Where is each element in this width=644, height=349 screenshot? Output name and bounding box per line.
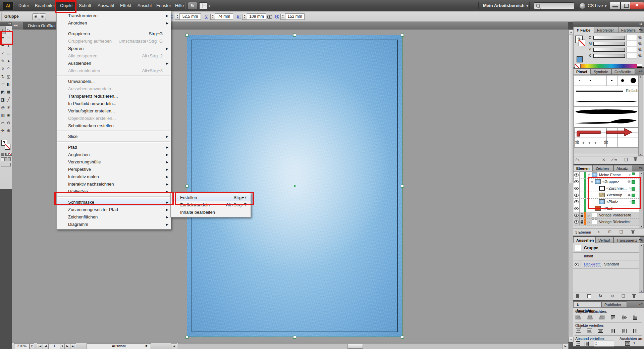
close-button[interactable]: ✖ [630, 2, 644, 9]
panel-menu-icon[interactable]: ▾≡ [639, 69, 643, 73]
active-color-swatch[interactable] [577, 56, 583, 62]
menu-ansicht[interactable]: Ansicht [134, 0, 156, 11]
layer-name[interactable]: <Pfad> [602, 206, 614, 210]
menu-item-diagramm[interactable]: Diagramm▶ [57, 221, 171, 228]
appearance-row-inhalt[interactable]: Inhalt [573, 253, 644, 260]
horizontal-distribute-space-button[interactable] [584, 341, 591, 346]
line-tool[interactable]: ∕ [0, 50, 6, 57]
panel-menu-icon[interactable]: ▾≡ [639, 238, 643, 242]
layer-row-meine-ebene[interactable]: ▽ Meine Ebene ○ [574, 172, 639, 179]
selection-handle-bottom-center[interactable] [293, 336, 296, 339]
visibility-eye-icon[interactable] [574, 200, 579, 203]
slice-tool[interactable]: ✂ [0, 119, 6, 127]
layer-name[interactable]: Meine Ebene [599, 173, 621, 177]
menu-item-perspektive[interactable]: Perspektive▶ [57, 166, 171, 173]
eyedropper-tool[interactable]: ╱ [6, 96, 11, 104]
appearance-row-gruppe[interactable]: Gruppe [573, 244, 644, 253]
visibility-eye-icon[interactable] [574, 187, 579, 190]
eraser-tool[interactable]: ◊ [0, 65, 6, 73]
dock-collapse-icon[interactable]: ◂◂ [13, 23, 17, 28]
tab-transparenz[interactable]: Transparenz [613, 237, 640, 243]
symbol-sprayer-tool[interactable]: ✳ [6, 104, 11, 111]
scroll-up-icon[interactable]: ▲ [569, 30, 574, 35]
selection-handle-middle-right[interactable] [401, 185, 404, 188]
vertical-scrollbar[interactable]: ▲ ▼ [568, 30, 573, 342]
align-top-button[interactable] [610, 315, 618, 320]
menu-bearbeiten[interactable]: Bearbeiten [31, 0, 60, 11]
brush-options-icon[interactable]: ✓≒ [611, 157, 618, 162]
black-slider[interactable] [593, 54, 625, 58]
lasso-tool[interactable]: ∽ [6, 34, 11, 42]
distribute-hcenter-button[interactable] [621, 328, 629, 334]
target-circle-icon[interactable]: ○ [629, 186, 631, 190]
selection-tool[interactable]: ↖ [0, 27, 6, 34]
height-field-label[interactable]: H: [275, 11, 279, 21]
lock-icon[interactable] [581, 221, 583, 223]
layer-row-pfad-2[interactable]: <Pfad> ○ [574, 205, 639, 212]
width-field[interactable]: 109 mm [247, 13, 266, 20]
height-field[interactable]: 152 mm [285, 13, 305, 20]
perspective-grid-tool[interactable]: ◩ [0, 88, 6, 96]
gradient-tool[interactable]: ◨ [0, 96, 6, 104]
scroll-down-icon[interactable]: ▼ [569, 337, 574, 342]
menu-item-ausblenden[interactable]: Ausblenden▶ [57, 60, 171, 67]
rotate-tool[interactable]: ↻ [0, 73, 6, 81]
status-indicator[interactable]: Auswahl [87, 343, 151, 349]
rectangle-tool[interactable]: ▭ [6, 50, 11, 57]
brush-swatch[interactable] [585, 76, 596, 86]
menu-item-angleichen[interactable]: Angleichen▶ [57, 151, 171, 158]
add-effect-icon[interactable]: fx [599, 293, 602, 298]
visibility-eye-icon[interactable] [574, 194, 579, 197]
hand-tool[interactable]: ✜ [0, 127, 6, 135]
menu-item-pfad[interactable]: Pfad▶ [57, 144, 171, 151]
gradient-mode-button[interactable] [5, 153, 8, 156]
layer-row-pfad[interactable]: <Pfad> ○ [574, 199, 639, 205]
make-clipping-mask-icon[interactable]: ◑ [597, 230, 600, 234]
menu-item-zusammengesetzter-pfad[interactable]: Zusammengesetzter Pfad▶ [57, 206, 171, 213]
menu-item-interaktiv-nachzeichnen[interactable]: Interaktiv nachzeichnen▶ [57, 181, 171, 188]
selection-handle-top-left[interactable] [185, 34, 189, 37]
control-bar-grip[interactable] [1, 12, 2, 20]
selection-handle-bottom-left[interactable] [185, 336, 189, 339]
variable-width-profile-button[interactable]: ◉ [32, 13, 39, 20]
horizontal-scrollbar[interactable] [178, 343, 563, 349]
menu-item-anordnen[interactable]: Anordnen▶ [57, 19, 171, 27]
brush-row-tapered[interactable] [574, 107, 640, 117]
new-sublayer-icon[interactable]: ⊞ [608, 230, 611, 234]
selection-handle-top-right[interactable] [401, 34, 404, 37]
chevron-down-icon[interactable]: ▼ [633, 342, 636, 345]
tab-ausrichten[interactable]: ⇕ Ausrichten [573, 301, 601, 307]
menu-item-in-pixelbild-umwandeln[interactable]: In Pixelbild umwandeln... [57, 100, 171, 107]
menu-item-schnittmaske[interactable]: Schnittmaske▶ [57, 199, 171, 206]
menu-item-transparenz-reduzieren[interactable]: Transparenz reduzieren... [57, 93, 171, 100]
layer-name[interactable]: Vorlage Rückseite [599, 220, 629, 224]
layer-name[interactable]: <Zuschnei... [606, 186, 627, 190]
stroke-none-swatch[interactable] [579, 40, 585, 46]
x-spinner[interactable]: ▲▼ [175, 14, 180, 20]
brush-swatch[interactable] [596, 76, 607, 86]
pen-tool[interactable]: ✒ [0, 42, 6, 50]
color-mode-button[interactable] [1, 153, 4, 156]
submenu-item-inhalte-bearbeiten[interactable]: Inhalte bearbeiten [171, 209, 251, 216]
tab-grafikstile[interactable]: Grafikstile [611, 68, 635, 74]
visibility-eye-icon[interactable] [574, 207, 579, 210]
brush-swatch[interactable] [606, 76, 618, 86]
tab-aussehen[interactable]: Aussehen [573, 237, 595, 243]
scroll-up-icon[interactable]: ▲ [639, 76, 643, 78]
menu-item-sperren[interactable]: Sperren▶ [57, 45, 171, 52]
menu-item-slice[interactable]: Slice▶ [57, 133, 171, 140]
draw-normal-button[interactable] [1, 157, 4, 161]
menu-item-gruppieren[interactable]: GruppierenStrg+G [57, 30, 171, 38]
width-spinner[interactable]: ▲▼ [242, 14, 247, 20]
menu-datei[interactable]: Datei [15, 0, 32, 11]
bridge-button[interactable]: Br [188, 2, 197, 10]
mesh-tool[interactable]: ▦ [6, 88, 11, 96]
ebenen-scrollbar[interactable]: ▲ ▼ [639, 172, 644, 228]
draw-behind-button[interactable] [4, 157, 7, 161]
tools-panel-header[interactable]: ◂◂ [0, 22, 12, 26]
stroke-color-swatch[interactable] [5, 144, 10, 150]
tab-farbe[interactable]: ⇕ Farbe [573, 27, 594, 33]
tab-ebenen[interactable]: Ebenen [573, 165, 593, 171]
workspace-switcher[interactable]: Mein Arbeitsbereich ▼ [483, 0, 529, 11]
tab-pinsel[interactable]: Pinsel [573, 68, 591, 74]
